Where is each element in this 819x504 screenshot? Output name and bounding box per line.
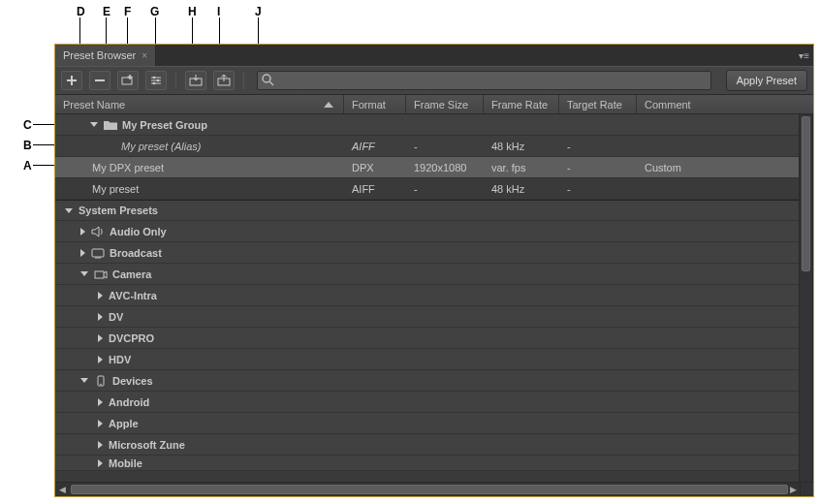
group-label: Devices — [112, 375, 153, 387]
group-zune[interactable]: Microsoft Zune — [55, 434, 812, 456]
disclosure-closed-icon[interactable] — [98, 313, 103, 321]
preset-browser-panel: Preset Browser × ▾≡ — [54, 44, 814, 497]
col-preset-name[interactable]: Preset Name — [55, 95, 344, 113]
tab-preset-browser[interactable]: Preset Browser × — [55, 45, 156, 66]
col-frame-rate[interactable]: Frame Rate — [484, 95, 559, 113]
svg-point-6 — [263, 75, 270, 82]
callout-g: G — [150, 5, 159, 18]
disclosure-closed-icon[interactable] — [98, 441, 103, 449]
svg-point-1 — [153, 77, 156, 79]
scroll-right-icon[interactable]: ▶ — [786, 483, 800, 496]
svg-rect-7 — [92, 249, 104, 257]
group-label: Microsoft Zune — [109, 439, 185, 451]
disclosure-closed-icon[interactable] — [98, 334, 103, 342]
preset-row-dpx[interactable]: My DPX preset DPX 1920x1080 var. fps - C… — [55, 157, 812, 178]
col-comment[interactable]: Comment — [637, 95, 813, 113]
cell-target-rate: - — [559, 162, 637, 173]
cell-frame-size: - — [406, 141, 484, 152]
group-avc-intra[interactable]: AVC-Intra — [55, 285, 812, 306]
col-frame-size[interactable]: Frame Size — [406, 95, 484, 113]
group-audio-only[interactable]: Audio Only — [55, 221, 812, 242]
group-dv[interactable]: DV — [55, 306, 812, 328]
camera-icon — [94, 268, 108, 280]
close-tab-icon[interactable]: × — [142, 50, 147, 61]
group-label: Apple — [109, 418, 139, 429]
vertical-scrollbar[interactable] — [799, 114, 812, 482]
cell-comment: Custom — [637, 162, 812, 173]
disclosure-closed-icon[interactable] — [80, 228, 85, 236]
group-system-presets[interactable]: System Presets — [55, 200, 812, 221]
group-devices[interactable]: Devices — [55, 370, 812, 392]
cell-frame-size: - — [406, 183, 484, 195]
apply-preset-button[interactable]: Apply Preset — [726, 70, 807, 91]
scroll-thumb[interactable] — [71, 485, 788, 494]
disclosure-closed-icon[interactable] — [98, 356, 103, 363]
col-name-label: Preset Name — [63, 99, 125, 110]
preset-name: My preset (Alias) — [121, 141, 202, 152]
group-hdv[interactable]: HDV — [55, 349, 812, 370]
disclosure-closed-icon[interactable] — [98, 398, 103, 406]
group-label: Camera — [112, 268, 151, 280]
panel-menu-icon[interactable]: ▾≡ — [799, 50, 809, 61]
preset-settings-button[interactable] — [145, 71, 167, 90]
disclosure-closed-icon[interactable] — [98, 459, 103, 467]
resize-grip[interactable] — [800, 483, 813, 496]
disclosure-closed-icon[interactable] — [98, 420, 103, 427]
search-icon — [262, 74, 274, 86]
callout-h: H — [188, 5, 197, 18]
disclosure-open-icon[interactable] — [65, 208, 73, 213]
broadcast-icon — [91, 247, 105, 259]
cell-format: AIFF — [344, 183, 406, 195]
preset-row-mypreset[interactable]: My preset AIFF - 48 kHz - — [55, 178, 812, 200]
cell-frame-rate: 48 kHz — [484, 183, 559, 195]
group-label: Android — [109, 396, 149, 408]
preset-name: My preset — [92, 183, 139, 195]
group-broadcast[interactable]: Broadcast — [55, 242, 812, 264]
tab-bar: Preset Browser × ▾≡ — [55, 45, 813, 66]
callout-i: I — [217, 5, 220, 18]
delete-preset-button[interactable] — [89, 71, 110, 90]
preset-row-alias[interactable]: My preset (Alias) AIFF - 48 kHz - — [55, 136, 812, 157]
cell-target-rate: - — [559, 141, 637, 152]
horizontal-scrollbar[interactable]: ◀ ▶ — [55, 482, 813, 496]
svg-point-2 — [157, 79, 160, 82]
toolbar: Apply Preset — [55, 66, 813, 95]
callout-j: J — [255, 5, 262, 18]
scroll-left-icon[interactable]: ◀ — [55, 483, 69, 496]
disclosure-closed-icon[interactable] — [80, 249, 85, 257]
new-preset-button[interactable] — [61, 71, 82, 90]
callout-c: C — [23, 118, 32, 132]
callout-b: B — [23, 139, 32, 152]
group-label: My Preset Group — [122, 119, 207, 131]
disclosure-open-icon[interactable] — [90, 122, 98, 127]
cell-format: DPX — [344, 162, 406, 173]
column-header-row: Preset Name Format Frame Size Frame Rate… — [55, 95, 813, 114]
new-group-button[interactable] — [117, 71, 139, 90]
folder-icon — [104, 119, 117, 131]
cell-frame-rate: var. fps — [484, 162, 559, 173]
cell-target-rate: - — [559, 183, 637, 195]
scroll-thumb[interactable] — [802, 116, 810, 271]
col-target-rate[interactable]: Target Rate — [559, 95, 637, 113]
search-input[interactable] — [257, 71, 711, 90]
cell-frame-rate: 48 kHz — [484, 141, 559, 152]
group-dvcpro[interactable]: DVCPRO — [55, 328, 812, 349]
export-preset-button[interactable] — [213, 71, 235, 90]
import-preset-button[interactable] — [185, 71, 206, 90]
group-mobile[interactable]: Mobile — [55, 456, 812, 471]
disclosure-open-icon[interactable] — [80, 378, 88, 383]
group-my-preset-group[interactable]: My Preset Group — [55, 114, 812, 136]
preset-list: My Preset Group My preset (Alias) AIFF -… — [55, 114, 813, 482]
group-camera[interactable]: Camera — [55, 264, 812, 285]
group-label: DV — [109, 311, 123, 323]
group-apple[interactable]: Apple — [55, 413, 812, 434]
device-icon — [94, 375, 108, 387]
group-label: DVCPRO — [109, 332, 154, 344]
svg-point-10 — [100, 383, 102, 385]
group-label: AVC-Intra — [109, 290, 157, 301]
col-format[interactable]: Format — [344, 95, 406, 113]
disclosure-open-icon[interactable] — [80, 271, 88, 276]
group-android[interactable]: Android — [55, 392, 812, 413]
group-label: Audio Only — [110, 226, 167, 237]
disclosure-closed-icon[interactable] — [98, 292, 103, 299]
